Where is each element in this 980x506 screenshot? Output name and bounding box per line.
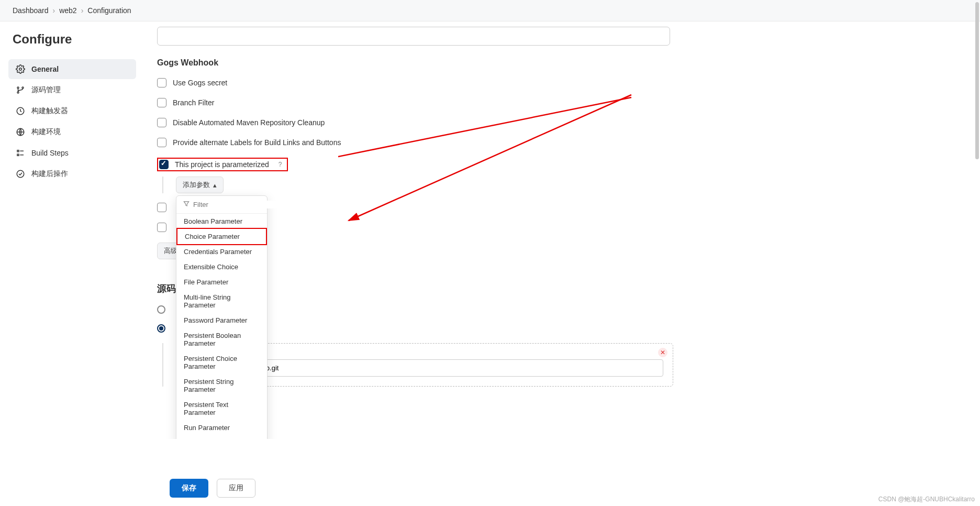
checkbox-label: Use Gogs secret [173,79,227,87]
dropdown-item-extensible[interactable]: Extensible Choice [176,259,267,274]
svg-point-3 [17,92,19,93]
sidebar-item-general[interactable]: General [8,59,136,79]
svg-point-10 [17,170,24,178]
sidebar-item-label: 构建后操作 [31,169,68,179]
page-title: Configure [8,32,136,47]
parameter-dropdown: Boolean Parameter Choice Parameter Crede… [176,195,268,439]
sidebar-item-scm[interactable]: 源码管理 [8,80,136,100]
checkbox-icon [157,118,166,127]
dropdown-item-choice[interactable]: Choice Parameter [176,228,267,245]
checkbox-label: Disable Automated Maven Repository Clean… [173,118,325,127]
sidebar-item-label: 构建触发器 [31,106,68,116]
checkbox-icon [157,203,166,212]
scrollbar[interactable] [975,2,979,159]
svg-point-1 [17,87,19,89]
list-icon [16,148,25,158]
sidebar-item-env[interactable]: 构建环境 [8,122,136,142]
sidebar-item-label: 源码管理 [31,85,61,95]
gear-icon [16,64,25,74]
dropdown-item-credentials[interactable]: Credentials Parameter [176,244,267,259]
checkbox-alt-labels[interactable]: Provide alternate Labels for Build Links… [157,138,783,147]
clock-icon [16,106,25,116]
checkbox-label: This project is parameterized [175,160,269,169]
radio-icon [157,324,165,333]
dropdown-item-password[interactable]: Password Parameter [176,313,267,328]
checklist-icon [16,169,25,179]
dropdown-item-boolean[interactable]: Boolean Parameter [176,214,267,229]
sidebar-item-buildsteps[interactable]: Build Steps [8,143,136,163]
breadcrumb-configuration[interactable]: Configuration [87,6,131,15]
checkbox-icon [157,223,166,232]
sidebar-item-label: Build Steps [31,149,69,157]
add-parameter-label: 添加参数 [183,180,210,190]
globe-icon [16,127,25,137]
chevron-right-icon: › [81,6,84,15]
dropdown-item-run[interactable]: Run Parameter [176,420,267,435]
checkbox-parameterized[interactable] [159,160,169,169]
checkbox-icon [157,78,166,87]
add-parameter-button[interactable]: 添加参数 ▴ [176,177,224,193]
checkbox-gogs-secret[interactable]: Use Gogs secret [157,78,783,87]
sidebar-item-label: 构建环境 [31,127,61,137]
description-input[interactable] [157,27,670,46]
dropdown-item-pers-text[interactable]: Persistent Text Parameter [176,397,267,420]
checkbox-icon [157,98,166,107]
checkbox-label: Branch Filter [173,98,214,107]
gogs-webhook-title: Gogs Webhook [157,58,783,68]
sidebar: Configure General 源码管理 构建触发器 构建环境 [0,21,144,439]
filter-input[interactable] [193,201,281,208]
dropdown-item-pers-string[interactable]: Persistent String Parameter [176,374,267,397]
filter-icon [183,200,190,209]
checkbox-disable-maven[interactable]: Disable Automated Maven Repository Clean… [157,118,783,127]
parameterized-block: 添加参数 ▴ Boolean Parameter Choice Paramete… [162,177,783,193]
svg-point-2 [22,87,24,89]
dropdown-item-file[interactable]: File Parameter [176,274,267,290]
sidebar-item-triggers[interactable]: 构建触发器 [8,101,136,121]
dropdown-item-pers-bool[interactable]: Persistent Boolean Parameter [176,328,267,351]
help-icon[interactable]: ? [279,161,282,168]
breadcrumb-web2[interactable]: web2 [59,6,76,15]
svg-point-0 [19,68,22,71]
close-icon[interactable]: ✕ [658,348,667,357]
sidebar-item-postbuild[interactable]: 构建后操作 [8,164,136,184]
checkbox-icon [157,138,166,147]
chevron-right-icon: › [53,6,55,15]
dropdown-item-string[interactable]: String Parameter [176,435,267,439]
breadcrumb: Dashboard › web2 › Configuration [0,0,980,21]
dropdown-item-pers-choice[interactable]: Persistent Choice Parameter [176,351,267,374]
checkbox-parameterized-highlight: This project is parameterized ? [157,158,288,171]
checkbox-label: Provide alternate Labels for Build Links… [173,138,341,147]
chevron-up-icon: ▴ [213,181,217,189]
radio-icon [157,305,165,314]
dropdown-item-multiline[interactable]: Multi-line String Parameter [176,290,267,313]
branch-icon [16,85,25,95]
breadcrumb-dashboard[interactable]: Dashboard [13,6,49,15]
svg-rect-6 [17,150,19,152]
checkbox-branch-filter[interactable]: Branch Filter [157,98,783,107]
sidebar-item-label: General [31,65,59,73]
main-content: Gogs Webhook Use Gogs secret Branch Filt… [144,21,804,439]
svg-rect-7 [17,154,19,156]
